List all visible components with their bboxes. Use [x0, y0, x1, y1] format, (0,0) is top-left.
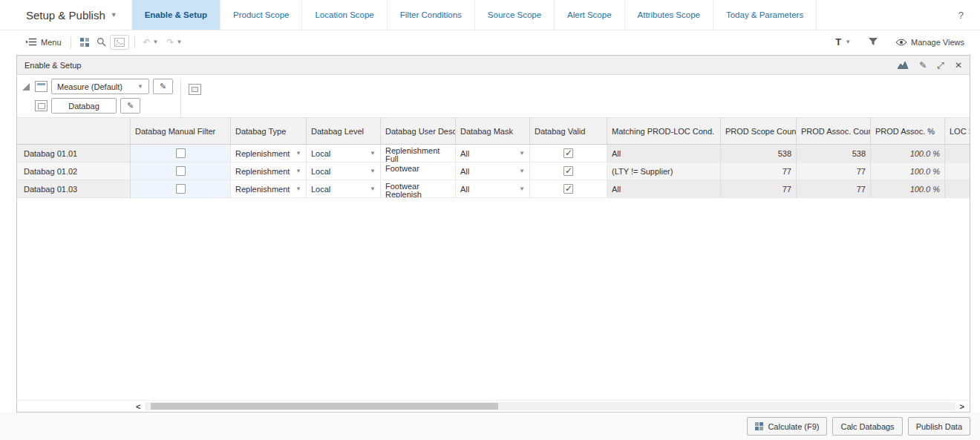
manage-views-button[interactable]: Manage Views — [892, 36, 968, 49]
content-area-icon[interactable] — [189, 84, 201, 95]
image-icon — [114, 38, 125, 47]
filter-button[interactable] — [865, 36, 881, 48]
tab-enable-setup[interactable]: Enable & Setup — [132, 0, 220, 30]
column-header-databag-mask[interactable]: Databag Mask — [456, 118, 530, 144]
undo-history-caret[interactable]: ▼ — [153, 39, 159, 45]
column-header-matching-prod-loc-cond[interactable]: Matching PROD-LOC Cond. — [607, 118, 721, 144]
databag-manual-filter-checkbox[interactable] — [176, 184, 186, 194]
image-button[interactable] — [110, 35, 129, 50]
format-text-icon: T — [835, 36, 841, 47]
prod-assoc-pct-cell: 100.0 % — [871, 162, 945, 180]
databag-type-select[interactable]: Replenishment▼ — [231, 145, 307, 162]
redo-history-caret[interactable]: ▼ — [177, 39, 183, 45]
chart-icon[interactable] — [898, 61, 909, 69]
databag-manual-filter-cell — [131, 145, 231, 162]
help-icon[interactable]: ? — [958, 10, 964, 21]
databag-mask-value: All — [460, 149, 469, 158]
prod-scope-count-cell: 538 — [721, 145, 797, 162]
redo-button[interactable]: ↷ — [167, 37, 174, 47]
row-header[interactable]: Databag 01.03 — [17, 180, 131, 198]
databag-user-descr-cell[interactable]: Replenishment Full — [381, 145, 456, 162]
tab-source-scope[interactable]: Source Scope — [475, 0, 555, 30]
column-header-prod-assoc-count[interactable]: PROD Assoc. Count — [797, 118, 871, 144]
column-header-databag-user-descr[interactable]: Databag User Descr. — [381, 118, 456, 144]
search-button[interactable] — [93, 35, 110, 49]
chevron-down-icon: ▼ — [293, 185, 301, 192]
format-measure-button[interactable]: T ▼ — [832, 34, 855, 50]
measure-axis-icon[interactable] — [35, 81, 48, 92]
matching-prod-loc-cond-cell: All — [607, 180, 721, 198]
chevron-down-icon: ▼ — [845, 39, 851, 45]
databag-type-value: Replenishment — [235, 149, 290, 158]
databag-level-value: Local — [311, 167, 330, 176]
eye-icon — [895, 39, 907, 46]
collapse-pivot-icon[interactable] — [22, 83, 30, 92]
publish-data-button[interactable]: Publish Data — [908, 417, 970, 436]
tab-alert-scope[interactable]: Alert Scope — [555, 0, 624, 30]
edit-measure-button[interactable]: ✎ — [153, 79, 173, 94]
tab-attributes-scope[interactable]: Attributes Scope — [625, 0, 713, 30]
grid-corner-cell — [17, 118, 131, 144]
menu-button[interactable]: Menu — [22, 36, 65, 49]
databag-type-select[interactable]: Replenishment▼ — [231, 180, 307, 198]
databag-valid-checkbox[interactable] — [564, 166, 573, 176]
scrollbar-track[interactable] — [145, 402, 955, 410]
column-header-databag-manual-filter[interactable]: Databag Manual Filter — [131, 118, 231, 144]
detach-window-icon[interactable]: ⤢ — [937, 60, 944, 70]
grid-body: Databag 01.01Replenishment▼Local▼Repleni… — [17, 145, 970, 400]
edit-databag-button[interactable]: ✎ — [120, 98, 140, 114]
undo-button[interactable]: ↶ — [143, 37, 151, 47]
calculate-button[interactable]: Calculate (F9) — [747, 417, 827, 436]
databag-level-value: Local — [311, 149, 330, 158]
databag-manual-filter-cell — [131, 162, 231, 180]
row-header[interactable]: Databag 01.02 — [17, 162, 131, 180]
databag-grid: Databag Manual FilterDatabag TypeDatabag… — [17, 118, 970, 412]
databag-level-select[interactable]: Local▼ — [307, 145, 381, 162]
databag-dimension-button[interactable]: Databag — [51, 98, 117, 114]
column-header-loc-scope[interactable]: LOC Sc — [945, 118, 970, 144]
column-header-prod-scope-count[interactable]: PROD Scope Count — [721, 118, 797, 144]
databag-valid-checkbox[interactable] — [564, 148, 573, 158]
databag-level-value: Local — [311, 185, 330, 194]
scrollbar-thumb[interactable] — [151, 403, 498, 410]
row-header[interactable]: Databag 01.01 — [17, 145, 131, 162]
tab-filter-conditions[interactable]: Filter Conditions — [388, 0, 475, 30]
scroll-left-arrow[interactable]: < — [134, 402, 143, 411]
databag-user-descr-cell[interactable]: Footwear — [381, 162, 456, 180]
databag-user-descr-cell[interactable]: Footwear Replenish — [381, 180, 456, 198]
databag-manual-filter-checkbox[interactable] — [176, 166, 186, 176]
chevron-down-icon: ▼ — [516, 185, 525, 192]
pivot-config-area: Measure (Default) ▼ ✎ Databag ✎ — [17, 75, 970, 118]
toolbar: Menu ↶ ▼ ↷ ▼ T ▼ — [0, 30, 980, 53]
edit-pencil-icon[interactable]: ✎ — [919, 60, 927, 70]
databag-axis-icon[interactable] — [35, 100, 48, 111]
databag-manual-filter-checkbox[interactable] — [176, 148, 186, 158]
horizontal-scrollbar[interactable]: < > — [17, 400, 970, 412]
databag-mask-select[interactable]: All▼ — [456, 162, 530, 180]
close-icon[interactable]: ✕ — [955, 60, 962, 70]
panel-title: Enable & Setup — [24, 61, 81, 70]
databag-level-select[interactable]: Local▼ — [307, 180, 381, 198]
databag-valid-cell — [530, 145, 607, 162]
tab-today-parameters[interactable]: Today & Parameters — [713, 0, 817, 30]
column-header-databag-type[interactable]: Databag Type — [231, 118, 307, 144]
tab-location-scope[interactable]: Location Scope — [302, 0, 387, 30]
column-header-databag-valid[interactable]: Databag Valid — [530, 118, 607, 144]
databag-mask-select[interactable]: All▼ — [456, 180, 530, 198]
calc-databags-button[interactable]: Calc Databags — [832, 417, 902, 436]
panel-header: Enable & Setup ✎ ⤢ ✕ — [17, 56, 970, 75]
column-header-prod-assoc-pct[interactable]: PROD Assoc. % — [871, 118, 945, 144]
grid-view-button[interactable] — [76, 36, 93, 49]
databag-mask-select[interactable]: All▼ — [456, 145, 530, 162]
measure-selector[interactable]: Measure (Default) ▼ — [51, 79, 149, 94]
toolbar-separator — [134, 36, 135, 48]
scroll-right-arrow[interactable]: > — [958, 402, 967, 411]
tab-product-scope[interactable]: Product Scope — [220, 0, 302, 30]
toolbar-separator — [71, 36, 71, 48]
page-title[interactable]: Setup & Publish ▼ — [26, 0, 117, 30]
databag-valid-checkbox[interactable] — [564, 184, 573, 194]
calc-databags-label: Calc Databags — [840, 422, 894, 431]
databag-type-select[interactable]: Replenishment▼ — [231, 162, 307, 180]
column-header-databag-level[interactable]: Databag Level — [307, 118, 381, 144]
databag-level-select[interactable]: Local▼ — [307, 162, 381, 180]
